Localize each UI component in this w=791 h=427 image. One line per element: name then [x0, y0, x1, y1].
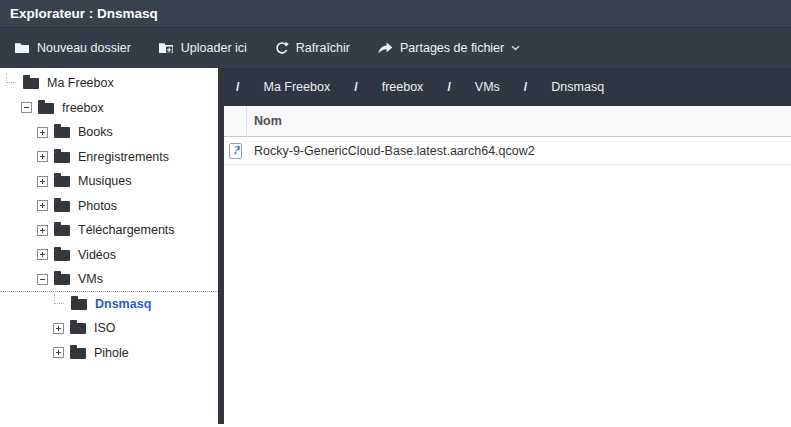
unknown-file-icon [229, 143, 242, 159]
expand-expander-icon[interactable] [37, 249, 48, 260]
toolbar: Nouveau dossier Uploader ici Rafraîchir [0, 27, 791, 68]
expand-expander-icon[interactable] [37, 127, 48, 138]
tree-item-label: Ma Freebox [47, 76, 114, 90]
file-row[interactable]: Rocky-9-GenericCloud-Base.latest.aarch64… [224, 137, 791, 165]
refresh-button[interactable]: Rafraîchir [274, 41, 350, 56]
tree-item-dnsmasq[interactable]: Dnsmasq [0, 292, 218, 317]
tree-item-label: Books [78, 125, 113, 139]
breadcrumb-separator: / [447, 80, 450, 94]
collapse-expander-icon[interactable] [21, 102, 32, 113]
breadcrumb-freebox[interactable]: freebox [382, 80, 424, 94]
folder-tree-panel: Ma Freebox freebox Books Enregistrements [0, 68, 218, 427]
file-list-panel: / Ma Freebox / freebox / VMs / Dnsmasq N… [224, 68, 791, 427]
tree-item-label: Photos [78, 199, 117, 213]
folder-plus-icon [158, 41, 174, 55]
folder-icon [38, 103, 54, 114]
tree-item-iso[interactable]: ISO [0, 316, 218, 341]
folder-tree: Ma Freebox freebox Books Enregistrements [0, 68, 218, 427]
folder-icon [70, 323, 86, 334]
upload-here-button[interactable]: Uploader ici [158, 41, 247, 55]
folder-icon [14, 41, 30, 55]
file-shares-button[interactable]: Partages de fichier [377, 41, 520, 55]
tree-item-photos[interactable]: Photos [0, 194, 218, 219]
upload-here-label: Uploader ici [181, 41, 247, 55]
tree-item-label: Dnsmasq [95, 297, 151, 311]
tree-item-pihole[interactable]: Pihole [0, 341, 218, 366]
file-icon-cell [224, 143, 247, 159]
tree-item-label: Téléchargements [78, 223, 175, 237]
tree-elbow-guide [6, 73, 16, 83]
expand-expander-icon[interactable] [37, 225, 48, 236]
new-folder-label: Nouveau dossier [37, 41, 131, 55]
new-folder-button[interactable]: Nouveau dossier [14, 41, 131, 55]
tree-item-label: VMs [78, 272, 103, 286]
list-header: Nom [224, 106, 791, 137]
breadcrumb-separator: / [354, 80, 357, 94]
refresh-label: Rafraîchir [296, 41, 350, 55]
expand-expander-icon[interactable] [37, 200, 48, 211]
file-shares-label: Partages de fichier [400, 41, 504, 55]
tree-item-label: Musiques [78, 174, 132, 188]
collapse-expander-icon[interactable] [37, 274, 48, 285]
breadcrumb: / Ma Freebox / freebox / VMs / Dnsmasq [224, 68, 791, 106]
folder-icon [54, 127, 70, 138]
tree-item-books[interactable]: Books [0, 120, 218, 145]
folder-icon [23, 78, 39, 89]
expand-expander-icon[interactable] [37, 151, 48, 162]
expand-expander-icon[interactable] [37, 176, 48, 187]
tree-item-label: Enregistrements [78, 150, 169, 164]
folder-icon [71, 299, 87, 310]
expand-expander-icon[interactable] [53, 323, 64, 334]
window-title: Explorateur : Dnsmasq [0, 0, 791, 27]
breadcrumb-separator: / [236, 80, 239, 94]
breadcrumb-separator: / [524, 80, 527, 94]
tree-item-label: ISO [94, 321, 116, 335]
folder-icon [70, 348, 86, 359]
folder-icon [54, 225, 70, 236]
tree-dotted-guide-line [0, 291, 218, 292]
refresh-icon [274, 41, 289, 56]
expand-expander-icon[interactable] [53, 347, 64, 358]
tree-item-musiques[interactable]: Musiques [0, 169, 218, 194]
tree-item-label: Pihole [94, 346, 129, 360]
tree-elbow-guide [54, 294, 64, 304]
tree-item-vms[interactable]: VMs [0, 267, 218, 292]
tree-item-label: freebox [62, 101, 104, 115]
breadcrumb-ma-freebox[interactable]: Ma Freebox [263, 80, 330, 94]
tree-item-label: Vidéos [78, 248, 116, 262]
explorer-window: Explorateur : Dnsmasq Nouveau dossier Up… [0, 0, 791, 427]
tree-item-enregistrements[interactable]: Enregistrements [0, 145, 218, 170]
file-name: Rocky-9-GenericCloud-Base.latest.aarch64… [247, 144, 535, 158]
folder-icon [54, 274, 70, 285]
breadcrumb-dnsmasq[interactable]: Dnsmasq [551, 80, 604, 94]
tree-item-freebox[interactable]: freebox [0, 96, 218, 121]
folder-icon [54, 201, 70, 212]
tree-item-videos[interactable]: Vidéos [0, 243, 218, 268]
share-icon [377, 42, 393, 55]
chevron-down-icon [511, 45, 520, 51]
folder-icon [54, 250, 70, 261]
tree-item-ma-freebox[interactable]: Ma Freebox [0, 71, 218, 96]
folder-icon [54, 176, 70, 187]
folder-icon [54, 152, 70, 163]
breadcrumb-vms[interactable]: VMs [475, 80, 500, 94]
icon-column-header [224, 106, 247, 136]
tree-item-telechargements[interactable]: Téléchargements [0, 218, 218, 243]
name-column-header[interactable]: Nom [247, 106, 791, 136]
